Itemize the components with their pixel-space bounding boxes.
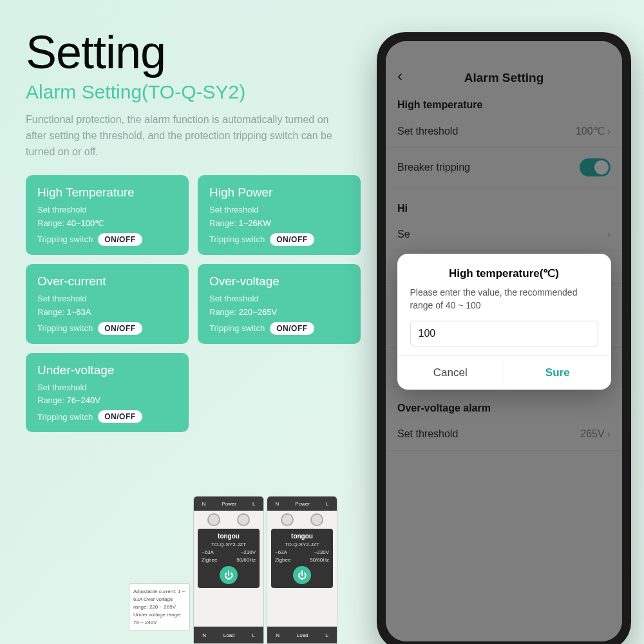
tripping-label: Tripping switch bbox=[37, 323, 93, 333]
range-label: Range: bbox=[209, 218, 236, 228]
card-over-current: Over-current Set threshold Range: 1~63A … bbox=[26, 264, 189, 344]
device-spec: ~230V bbox=[314, 549, 329, 555]
range-label: Range: bbox=[37, 395, 64, 405]
card-high-temperature: High Temperature Set threshold Range: 40… bbox=[26, 175, 189, 255]
device-specs-label: Adjustable current: 1 ~ 63A Over voltage… bbox=[129, 583, 190, 631]
onoff-badge: ON/OFF bbox=[270, 322, 314, 335]
card-title: Over-voltage bbox=[209, 274, 349, 289]
device-spec: 50/60Hz bbox=[236, 557, 256, 563]
feature-cards: High Temperature Set threshold Range: 40… bbox=[26, 175, 361, 432]
threshold-label: Set threshold bbox=[37, 294, 87, 303]
device-model: TO-Q-SY2-JZT bbox=[275, 542, 329, 547]
dialog-text: Please enter the value, the recommended … bbox=[410, 287, 598, 312]
card-over-voltage: Over-voltage Set threshold Range: 220~26… bbox=[198, 264, 361, 344]
device-spec: Zigbee bbox=[275, 557, 290, 563]
confirm-button[interactable]: Sure bbox=[504, 356, 611, 390]
power-icon: ⏻ bbox=[293, 566, 311, 584]
range-label: Range: bbox=[209, 307, 236, 317]
range-label: Range: bbox=[37, 218, 64, 228]
range-value: 76~240V bbox=[67, 395, 100, 405]
threshold-label: Set threshold bbox=[209, 205, 259, 214]
range-value: 1~26KW bbox=[239, 218, 271, 228]
range-label: Range: bbox=[37, 307, 64, 317]
threshold-label: Set threshold bbox=[37, 205, 87, 214]
device-illustration: Adjustable current: 1 ~ 63A Over voltage… bbox=[193, 496, 337, 644]
phone-frame: ‹ Alarm Setting High temperature Set thr… bbox=[377, 32, 631, 644]
onoff-badge: ON/OFF bbox=[98, 410, 142, 423]
threshold-label: Set threshold bbox=[209, 294, 259, 303]
card-title: Under-voltage bbox=[37, 363, 177, 377]
tripping-label: Tripping switch bbox=[37, 412, 93, 422]
card-title: High Temperature bbox=[37, 185, 177, 200]
card-under-voltage: Under-voltage Set threshold Range: 76~24… bbox=[26, 353, 189, 433]
device-brand: tongou bbox=[202, 533, 256, 540]
device-spec: ~230V bbox=[241, 549, 256, 555]
tripping-label: Tripping switch bbox=[37, 234, 93, 244]
onoff-badge: ON/OFF bbox=[270, 233, 314, 246]
card-title: Over-current bbox=[37, 274, 177, 289]
device-spec: ~63A bbox=[275, 549, 287, 555]
page-description: Functional protection, the alarm functio… bbox=[26, 112, 348, 160]
device-unit: NPowerL tongou TO-Q-SY2-JZT ~63A ~230V Z… bbox=[193, 496, 264, 644]
device-spec: ~63A bbox=[202, 549, 214, 555]
device-spec: 50/60Hz bbox=[310, 557, 329, 563]
onoff-badge: ON/OFF bbox=[98, 322, 142, 335]
device-unit: NPowerL tongou TO-Q-SY2-JZT ~63A ~230V Z… bbox=[267, 496, 337, 644]
dialog-title: High temperature(℃) bbox=[410, 267, 598, 280]
card-high-power: High Power Set threshold Range: 1~26KW T… bbox=[198, 175, 361, 255]
page-subtitle: Alarm Setting(TO-Q-SY2) bbox=[26, 81, 364, 103]
range-value: 40~100℃ bbox=[67, 218, 105, 228]
tripping-label: Tripping switch bbox=[209, 323, 265, 333]
range-value: 1~63A bbox=[67, 307, 91, 317]
onoff-badge: ON/OFF bbox=[98, 233, 142, 246]
range-value: 220~265V bbox=[239, 307, 278, 317]
tripping-label: Tripping switch bbox=[209, 234, 265, 244]
threshold-label: Set threshold bbox=[37, 383, 87, 392]
device-brand: tongou bbox=[275, 533, 329, 540]
dialog-high-temperature: High temperature(℃) Please enter the val… bbox=[397, 254, 611, 390]
card-title: High Power bbox=[209, 185, 349, 200]
threshold-input[interactable] bbox=[410, 321, 598, 346]
page-title: Setting bbox=[26, 26, 364, 79]
power-icon: ⏻ bbox=[220, 566, 238, 584]
device-spec: Zigbee bbox=[202, 557, 217, 563]
cancel-button[interactable]: Cancel bbox=[397, 356, 505, 390]
device-model: TO-Q-SY2-JZT bbox=[202, 542, 256, 547]
